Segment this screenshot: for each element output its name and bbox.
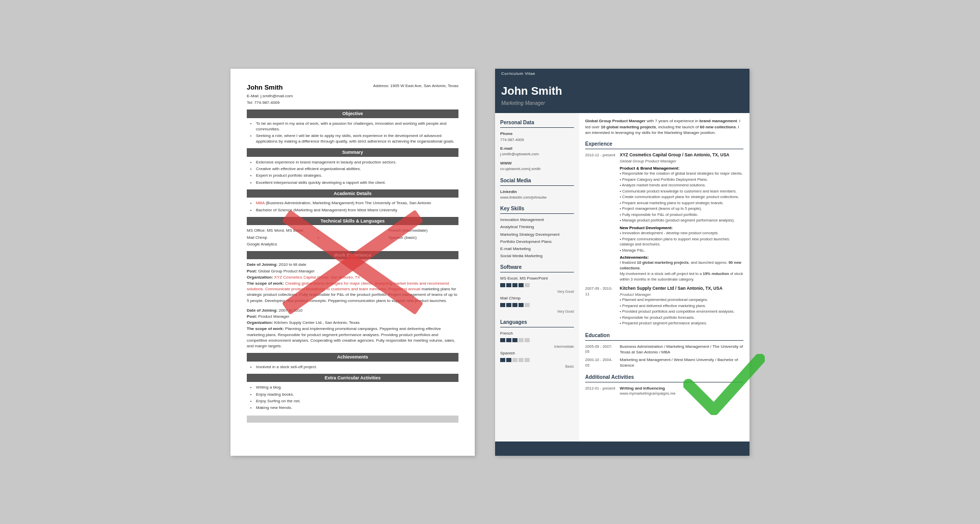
activity-title: Writing and Influencing [620,385,743,391]
exp-company-2: Kitchen Supply Center Ltd / San Antonio,… [620,286,743,292]
bar-block [525,358,530,362]
skill-level-label: Very Good [500,289,574,294]
language-item: Spanish [500,350,574,356]
bar-block [500,358,505,362]
exp-subtitle: Product & Brand Management: [620,166,743,171]
lang-level-label: Intermediate [500,344,574,349]
bar-block [512,338,517,342]
bar-block [500,283,505,287]
edu-degree-2: Marketing and Management / West Miami Un… [620,357,743,368]
phone-label: Phone [500,131,574,136]
exp-body-2: • Innovation development - develop new p… [620,231,743,253]
education-title: Education [585,332,743,341]
cv-label: Curriculum Vitae [495,69,750,78]
left-address: Address: 1905 W East Ave, San Antonio, T… [373,83,458,89]
skill-item: • [318,228,387,233]
bar-block [525,338,530,342]
exp-entry-1: 2010-12 - present XYZ Cosmetics Capital … [585,152,743,283]
left-phone: Tel: 774-987-4009 [247,100,458,105]
technical-title: Technical Skills & Languages [247,217,458,226]
key-skills-title: Key Skills [500,205,574,214]
bar-block [506,358,511,362]
list-item: MBA (Business Administration, Marketing … [256,200,458,206]
exp-company: XYZ Cosmetics Capital Group / San Antoni… [620,152,743,158]
www-label: WWW [500,160,574,166]
exp-position-2: Product Manager [620,292,743,297]
cv-main-content: Global Group Product Manager with 7 year… [579,113,750,441]
footer-bar [247,416,458,423]
email-label: E-mail [500,146,574,151]
linkedin-label: LinkedIn [500,189,574,195]
exp-content: XYZ Cosmetics Capital Group / San Antoni… [620,152,743,283]
list-item: Involved in a stock sell-off project. [256,364,458,370]
exp-dates: 2010-12 - present [585,152,616,283]
skill-item: Marketing Strategy Development [500,232,574,237]
edu-content-2: Marketing and Management / West Miami Un… [620,357,743,368]
skill-item: Social Media Marketing [500,253,574,259]
exp-position: Global Group Product Manager [620,158,743,164]
skill-item: French (intermediate) [389,228,458,233]
achievements-title: Achievements [247,353,458,362]
exp-content-2: Kitchen Supply Center Ltd / San Antonio,… [620,286,743,327]
skill-item: Innovation Management [500,217,574,223]
academic-title: Academic Details [247,189,458,198]
social-media-title: Social Media [500,177,574,186]
phone-value: 774-987-4009 [500,137,574,143]
list-item: Enjoy Surfing on the net. [256,398,458,404]
list-item: Bachelor of Science (Marketing and Manag… [256,207,458,213]
list-item: Enjoy reading books. [256,392,458,397]
cv-job-title: Marketing Manager [501,100,743,107]
software-title: Software [500,264,574,272]
activity-url: www.mymarketingcampaigns.me [620,391,743,397]
list-item: Excellent interpersonal skills quickly d… [256,180,458,185]
language-item: French [500,330,574,336]
cv-footer [495,442,750,456]
lang-bar-french [500,338,574,342]
skill-bar-chimp [500,303,574,307]
bar-block [500,338,505,342]
experience-title: Experience [585,141,743,149]
linkedin-value: www.linkedin.com/johnsutw [500,195,574,201]
exp-entry-2: 2007-09 - 2010-11 Kitchen Supply Center … [585,286,743,327]
summary-list: Extensive experience in brand management… [247,159,458,185]
right-resume: Curriculum Vitae John Smith Marketing Ma… [495,69,750,456]
bar-block [525,303,530,307]
lang-level-label: Basic [500,364,574,369]
edu-entry-2: 2000-10 - 2004-05 Marketing and Manageme… [585,357,743,368]
activity-entry-1: 2012-01 - present Writing and Influencin… [585,385,743,397]
achievements-list: Involved in a stock sell-off project. [247,364,458,370]
work-title: Work Experience [247,251,458,260]
software-item: Mail Chimp [500,295,574,301]
skill-item: • [318,235,387,240]
bar-block [512,358,517,362]
academic-list: MBA (Business Administration, Marketing … [247,200,458,212]
left-email: E-Mail: j.smith@mail.com [247,93,458,99]
skill-item: E-mail Marketing [500,246,574,252]
exp-body: • Responsible for the creation of global… [620,171,743,224]
exp-dates-2: 2007-09 - 2010-11 [585,286,616,327]
objective-list: To be an expert in my area of work, with… [247,121,458,145]
list-item: Making new friends. [256,405,458,410]
exp-subtitle-3: Achievements: [620,255,743,260]
edu-degree-1: Business Administration / Marketing Mana… [620,344,743,355]
skill-item: Analytical Thinking [500,224,574,230]
bar-block [518,358,524,362]
email-value: j.smith@uptowork.com [500,152,574,157]
software-item: MS Excel, MS PowerPoint [500,275,574,281]
personal-data-title: Personal Data [500,119,574,128]
skill-item: Spanish (basic) [389,235,458,240]
bar-block [512,303,517,307]
objective-title: Objective [247,109,458,118]
skill-level-label: Very Good [500,309,574,314]
exp-achievements: I finalized 10 global marketing projects… [620,260,743,282]
list-item: Extensive experience in brand management… [256,159,458,165]
skill-item: MS Office: MS Word, MS Excel [247,228,316,233]
work-entry-1: Date of Joining: 2010 to till date Post:… [247,262,458,303]
cv-header: John Smith Marketing Manager [495,78,750,114]
skills-grid: MS Office: MS Word, MS Excel • French (i… [247,228,458,247]
skill-item: Portfolio Development Plans [500,239,574,244]
list-item: To be an expert in my area of work, with… [256,121,458,132]
list-item: Creative with effective and efficient or… [256,166,458,172]
list-item: Expert in product portfolio strategies. [256,173,458,178]
extra-title: Extra Curricular Activities [247,374,458,382]
